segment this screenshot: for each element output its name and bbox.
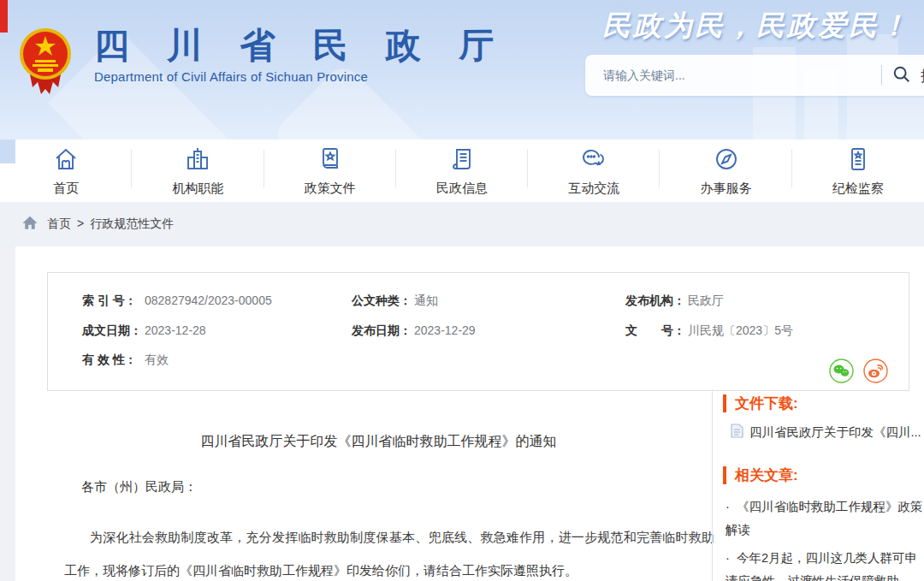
meta-value-index: 082827942/2023-00005 xyxy=(145,293,272,307)
main-navigation: 首页 机构职能 政策文件 民政信息 xyxy=(0,139,924,202)
article-title: 四川省民政厅关于印发《四川省临时救助工作规程》的通知 xyxy=(47,433,710,451)
sidebar-divider xyxy=(712,389,713,581)
site-slogan: 民政为民，民政爱民！ xyxy=(602,7,910,45)
meta-label-issuer: 发布机构： xyxy=(625,293,685,309)
related-article-link[interactable]: 《四川省临时救助工作规程》政策解读 xyxy=(726,495,924,542)
nav-label: 办事服务 xyxy=(701,181,752,197)
site-logo-link[interactable]: 四 川 省 民 政 厅 Department of Civil Affairs … xyxy=(19,26,506,103)
related-section-heading: 相关文章: xyxy=(723,465,924,485)
meta-label-validity: 有 效 性： xyxy=(82,353,137,368)
nav-label: 政策文件 xyxy=(305,181,356,197)
search-button-label: 搜索 xyxy=(921,66,924,86)
share-buttons xyxy=(829,359,888,383)
breadcrumb: 首页 > 行政规范性文件 xyxy=(0,202,924,246)
nav-item-services[interactable]: 办事服务 xyxy=(660,139,791,202)
meta-label-index: 索 引 号： xyxy=(82,293,137,309)
nav-item-information[interactable]: 民政信息 xyxy=(396,139,528,202)
meta-label-written-date: 成文日期： xyxy=(82,323,142,339)
content-card: 索 引 号： 082827942/2023-00005 公文种类： 通知 发布机… xyxy=(15,246,924,581)
site-header: 四 川 省 民 政 厅 Department of Civil Affairs … xyxy=(0,0,924,139)
download-file-link[interactable]: 四川省民政厅关于印发《四川... xyxy=(731,424,924,442)
meta-value-doc-type: 通知 xyxy=(414,293,438,309)
wechat-share-icon[interactable] xyxy=(829,359,854,383)
meta-value-doc-number: 川民规〔2023〕5号 xyxy=(688,323,793,339)
meta-value-written-date: 2023-12-28 xyxy=(145,323,206,337)
meta-label-publish-date: 发布日期： xyxy=(352,323,412,339)
nav-item-organization[interactable]: 机构职能 xyxy=(132,139,264,202)
nav-item-discipline[interactable]: 纪检监察 xyxy=(792,139,924,202)
nav-item-interaction[interactable]: 互动交流 xyxy=(528,139,660,202)
search-divider xyxy=(881,65,882,86)
meta-value-issuer: 民政厅 xyxy=(688,293,724,309)
file-icon xyxy=(731,424,743,442)
left-edge-red-strip xyxy=(0,0,8,33)
nav-item-policy[interactable]: 政策文件 xyxy=(264,139,396,202)
organization-icon xyxy=(184,145,211,176)
weibo-share-icon[interactable] xyxy=(863,359,888,383)
download-heading-label: 文件下载: xyxy=(735,394,798,413)
heading-accent-bar xyxy=(723,466,726,484)
left-edge-blue-patch xyxy=(0,139,15,163)
article-body: 为深化社会救助制度改革，充分发挥临时救助制度保基本、兜底线、救急难作用，进一步规… xyxy=(64,520,714,581)
related-articles-list: 《四川省临时救助工作规程》政策解读 今年2月起，四川这几类人群可申请应急性、过渡… xyxy=(726,495,924,581)
meta-label-doc-type: 公文种类： xyxy=(352,293,412,309)
breadcrumb-separator: > xyxy=(77,216,84,232)
news-document-icon xyxy=(448,145,476,176)
download-section-heading: 文件下载: xyxy=(723,394,924,413)
compass-icon xyxy=(713,145,740,176)
article-salutation: 各市（州）民政局： xyxy=(81,479,197,495)
nav-label: 民政信息 xyxy=(436,181,488,197)
heading-accent-bar xyxy=(723,394,726,412)
download-file-label: 四川省民政厅关于印发《四川... xyxy=(749,424,921,441)
national-emblem-icon xyxy=(19,26,72,103)
chat-bubbles-icon xyxy=(580,145,607,176)
nav-item-home[interactable]: 首页 xyxy=(0,139,132,202)
meta-value-validity: 有效 xyxy=(145,353,169,368)
related-article-link[interactable]: 今年2月起，四川这几类人群可申请应急性、过渡性生活保障救助 xyxy=(726,547,924,581)
breadcrumb-current: 行政规范性文件 xyxy=(90,216,174,232)
search-input[interactable] xyxy=(585,68,881,82)
breadcrumb-home-icon[interactable] xyxy=(21,215,38,234)
nav-label: 机构职能 xyxy=(172,181,223,197)
meta-label-doc-number: 文 号： xyxy=(625,323,685,339)
site-subtitle: Department of Civil Affairs of Sichuan P… xyxy=(94,69,506,84)
inspection-badge-icon xyxy=(844,145,872,176)
search-icon xyxy=(892,65,911,86)
document-metadata-box: 索 引 号： 082827942/2023-00005 公文种类： 通知 发布机… xyxy=(47,272,909,391)
sidebar: 文件下载: 四川省民政厅关于印发《四川... 相关文章: 《四川省临时救助工作规… xyxy=(723,394,924,581)
nav-label: 互动交流 xyxy=(568,181,619,197)
site-title: 四 川 省 民 政 厅 xyxy=(94,26,506,66)
meta-value-publish-date: 2023-12-29 xyxy=(414,323,476,337)
policy-book-icon xyxy=(317,145,344,176)
nav-label: 首页 xyxy=(53,181,79,197)
breadcrumb-home-link[interactable]: 首页 xyxy=(47,216,71,232)
related-heading-label: 相关文章: xyxy=(735,465,798,485)
home-icon xyxy=(52,145,80,176)
nav-label: 纪检监察 xyxy=(832,181,884,197)
search-button[interactable]: 搜索 xyxy=(891,65,924,86)
search-bar: 搜索 xyxy=(585,55,924,96)
